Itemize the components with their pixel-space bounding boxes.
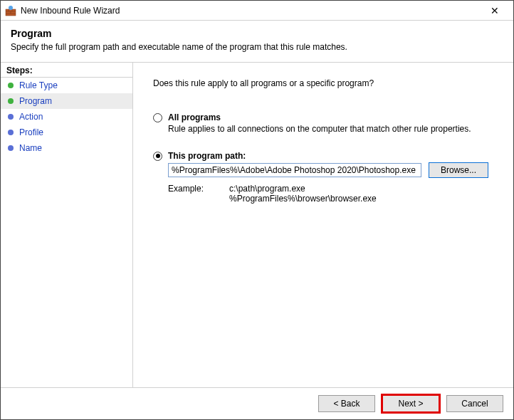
step-bullet-icon [8, 83, 14, 88]
firewall-icon [5, 5, 16, 16]
step-label: Profile [19, 127, 43, 137]
close-icon[interactable]: ✕ [481, 5, 509, 16]
back-button[interactable]: < Back [318, 395, 375, 412]
step-bullet-icon [8, 114, 14, 120]
option-all-programs[interactable]: All programs [153, 112, 493, 122]
step-action[interactable]: Action [1, 109, 132, 125]
option-this-program-path[interactable]: This program path: [153, 151, 493, 161]
svg-point-6 [9, 6, 13, 10]
titlebar: New Inbound Rule Wizard ✕ [1, 1, 513, 21]
step-profile[interactable]: Profile [1, 125, 132, 140]
step-label: Name [19, 143, 42, 153]
step-bullet-icon [8, 98, 14, 104]
program-path-input[interactable] [168, 163, 421, 177]
cancel-button[interactable]: Cancel [446, 395, 503, 412]
step-rule-type[interactable]: Rule Type [1, 78, 132, 93]
wizard-window: New Inbound Rule Wizard ✕ Program Specif… [0, 0, 514, 420]
step-bullet-icon [8, 145, 14, 151]
radio-icon[interactable] [153, 113, 162, 122]
wizard-header: Program Specify the full program path an… [1, 21, 513, 62]
option-all-label: All programs [168, 112, 221, 122]
step-label: Action [19, 112, 43, 122]
page-title: Program [11, 28, 503, 39]
steps-heading: Steps: [1, 63, 132, 78]
browse-button[interactable]: Browse... [429, 162, 488, 178]
window-title: New Inbound Rule Wizard [21, 6, 481, 16]
step-program[interactable]: Program [1, 93, 132, 109]
example-label: Example: [168, 184, 204, 204]
next-button[interactable]: Next > [382, 395, 439, 412]
question-text: Does this rule apply to all programs or … [153, 78, 493, 88]
step-name[interactable]: Name [1, 140, 132, 156]
step-bullet-icon [8, 130, 14, 135]
wizard-footer: < Back Next > Cancel [1, 387, 513, 419]
program-path-row: Browse... [168, 162, 493, 178]
wizard-body: Steps: Rule Type Program Action Profile … [1, 62, 513, 387]
page-subtitle: Specify the full program path and execut… [11, 42, 503, 52]
example-values: c:\path\program.exe %ProgramFiles%\brows… [229, 184, 377, 204]
content-pane: Does this rule apply to all programs or … [133, 63, 513, 387]
option-path-label: This program path: [168, 151, 246, 161]
example-row: Example: c:\path\program.exe %ProgramFil… [168, 184, 493, 204]
step-label: Rule Type [19, 80, 58, 90]
option-all-desc: Rule applies to all connections on the c… [168, 124, 493, 134]
radio-icon[interactable] [153, 152, 162, 161]
steps-sidebar: Steps: Rule Type Program Action Profile … [1, 63, 133, 387]
step-label: Program [19, 96, 52, 106]
